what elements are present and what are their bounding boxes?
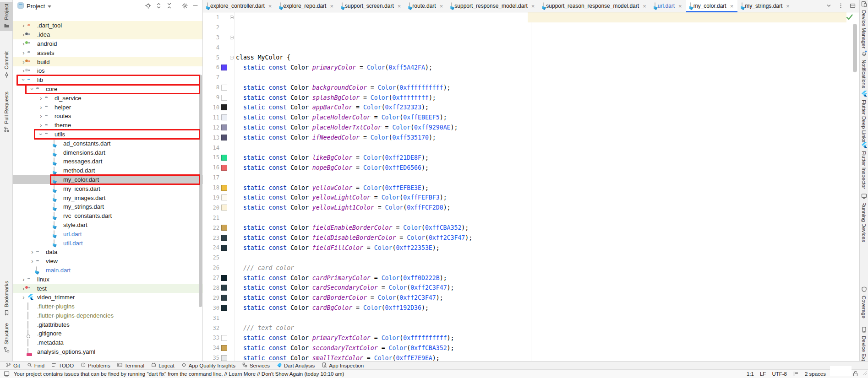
code-text[interactable]: static const Color cardPrimaryColor = Co… <box>235 275 447 281</box>
code-line[interactable]: 27 static const Color cardPrimaryColor =… <box>203 273 859 283</box>
color-swatch-cell[interactable] <box>219 335 229 341</box>
color-swatch-cell[interactable] <box>219 85 229 91</box>
tab-route.dart[interactable]: route.dart× <box>405 0 447 12</box>
color-swatch[interactable] <box>221 305 227 311</box>
code-text[interactable]: static const Color placeHolderTxtColor =… <box>235 124 458 131</box>
close-icon[interactable]: × <box>330 3 333 10</box>
project-tree-scrollbar[interactable] <box>199 75 202 307</box>
close-icon[interactable]: × <box>730 3 734 10</box>
color-swatch[interactable] <box>221 225 227 231</box>
close-icon[interactable]: × <box>440 3 443 10</box>
code-line[interactable]: 25 <box>203 253 859 263</box>
code-text[interactable]: static const Color fieldEnableBorderColo… <box>235 224 469 231</box>
color-swatch[interactable] <box>221 135 227 140</box>
tree-item-ios[interactable]: ›ios <box>13 66 202 76</box>
close-icon[interactable]: × <box>643 3 646 10</box>
code-line[interactable]: 29 static const Color cardBorderColor = … <box>203 293 859 303</box>
project-panel-title[interactable]: Project <box>27 3 45 10</box>
color-swatch[interactable] <box>221 85 227 91</box>
tree-item-android[interactable]: ›android <box>13 39 202 49</box>
close-icon[interactable]: × <box>531 3 535 10</box>
tree-item-my_color.dart[interactable]: my_color.dart <box>13 175 202 184</box>
code-text[interactable]: static const Color cardBorderColor = Col… <box>235 294 443 301</box>
chevron-expanded-icon[interactable]: › <box>37 131 45 137</box>
code-line[interactable]: 16 static const Color nopeBgColor = Colo… <box>203 162 859 173</box>
color-swatch-cell[interactable] <box>219 155 229 161</box>
indent-setting[interactable]: 2 spaces <box>805 371 826 377</box>
tree-item-method.dart[interactable]: method.dart <box>13 166 202 175</box>
code-text[interactable]: static const Color cardSecondaryColor = … <box>235 284 454 291</box>
fold-marker-icon[interactable] <box>230 36 234 39</box>
tree-item-my_images.dart[interactable]: my_images.dart <box>13 193 202 202</box>
chevron-expanded-icon[interactable]: › <box>28 86 36 92</box>
settings-gear-icon[interactable] <box>182 2 188 11</box>
color-swatch-cell[interactable] <box>219 205 229 211</box>
tree-item-test[interactable]: ›test <box>13 284 202 293</box>
chevron-collapsed-icon[interactable]: › <box>28 249 36 255</box>
code-text[interactable]: static const Color yellowLightColor = Co… <box>235 194 447 201</box>
code-line[interactable]: 8 static const Color backgroundColor = C… <box>203 82 859 92</box>
code-text[interactable]: /// text color <box>235 324 294 331</box>
tree-item-data[interactable]: ›data <box>13 248 202 257</box>
code-line[interactable]: 14 <box>203 143 859 153</box>
color-swatch[interactable] <box>221 285 227 291</box>
tree-item-routes[interactable]: ›routes <box>13 112 202 121</box>
toolbar-button-dart-analysis[interactable]: Dart Analysis <box>276 362 315 369</box>
toolbar-button-services[interactable]: Services <box>242 362 270 369</box>
color-swatch[interactable] <box>221 124 227 130</box>
color-swatch[interactable] <box>221 335 227 341</box>
tree-item-core[interactable]: ›core <box>13 85 202 94</box>
left-strip-item-project[interactable]: Project <box>0 2 13 31</box>
code-line[interactable]: 13 static const Color ifNeededColor = Co… <box>203 133 859 143</box>
chevron-down-icon[interactable] <box>826 2 832 11</box>
tree-item-build[interactable]: ›build <box>13 57 202 66</box>
chevron-expanded-icon[interactable]: › <box>20 77 27 83</box>
tree-item-.flutter-plugins[interactable]: .flutter-plugins <box>13 302 202 311</box>
code-line[interactable]: 33 static const Color primaryTextColor =… <box>203 333 859 343</box>
toolbar-button-logcat[interactable]: Logcat <box>151 362 175 369</box>
toolbar-button-todo[interactable]: TODO <box>51 362 74 369</box>
code-line[interactable]: 34 static const Color secondaryTextColor… <box>203 343 859 353</box>
tree-item-my_icons.dart[interactable]: my_icons.dart <box>13 184 202 193</box>
chevron-collapsed-icon[interactable]: › <box>37 113 45 119</box>
code-line[interactable]: 3 <box>203 32 859 43</box>
tree-item-.metadata[interactable]: .metadata <box>13 338 202 347</box>
color-swatch-cell[interactable] <box>219 295 229 301</box>
code-line[interactable]: 18 static const Color yellowColor = Colo… <box>203 183 859 193</box>
tree-item-my_strings.dart[interactable]: my_strings.dart <box>13 202 202 211</box>
tab-support_screen.dart[interactable]: support_screen.dart× <box>338 0 405 12</box>
code-text[interactable]: static const Color yellowColor = Color(0… <box>235 184 429 191</box>
color-swatch-cell[interactable] <box>219 185 229 191</box>
code-text[interactable]: static const Color appBarColor = Color(0… <box>235 104 429 111</box>
close-icon[interactable]: × <box>268 3 272 10</box>
color-swatch[interactable] <box>221 295 227 301</box>
tree-item-helper[interactable]: ›helper <box>13 103 202 112</box>
code-text[interactable]: static const Color nopeBgColor = Color(0… <box>235 164 429 171</box>
tree-item-main.dart[interactable]: main.dart <box>13 266 202 275</box>
right-strip-item-flutter-deep-links[interactable]: Flutter Deep Links <box>858 91 868 142</box>
tree-item-ad_constants.dart[interactable]: ad_constants.dart <box>13 139 202 148</box>
close-icon[interactable]: × <box>786 3 790 10</box>
color-swatch[interactable] <box>221 65 227 70</box>
tree-item-.gitattributes[interactable]: .gitattributes <box>13 320 202 329</box>
tab-explore_controller.dart[interactable]: explore_controller.dart× <box>203 0 276 12</box>
tree-item-.dart_tool[interactable]: ›.dart_tool <box>13 21 202 30</box>
color-swatch-cell[interactable] <box>219 345 229 351</box>
code-line[interactable]: 1 <box>203 12 859 22</box>
toolbar-button-app-inspection[interactable]: App Inspection <box>321 362 364 369</box>
code-line[interactable]: 21 <box>203 213 859 223</box>
code-line[interactable]: 26 /// card color <box>203 263 859 273</box>
color-swatch-cell[interactable] <box>219 225 229 231</box>
collapse-all-icon[interactable] <box>166 2 172 11</box>
code-text[interactable]: static const Color cardBgColor = Color(0… <box>235 304 429 311</box>
tab-my_strings.dart[interactable]: my_strings.dart× <box>737 0 794 12</box>
tree-item-di_service[interactable]: ›di_service <box>13 93 202 103</box>
code-text[interactable]: static const Color placeHolderColor = Co… <box>235 114 447 121</box>
color-swatch[interactable] <box>221 185 227 191</box>
color-swatch[interactable] <box>221 95 227 101</box>
toolbar-button-app-quality-insights[interactable]: App Quality Insights <box>181 362 235 369</box>
lock-icon[interactable] <box>852 370 858 378</box>
color-swatch[interactable] <box>221 165 227 171</box>
tree-item-messages.dart[interactable]: messages.dart <box>13 157 202 166</box>
tab-support_response_model.dart[interactable]: support_response_model.dart× <box>447 0 539 12</box>
